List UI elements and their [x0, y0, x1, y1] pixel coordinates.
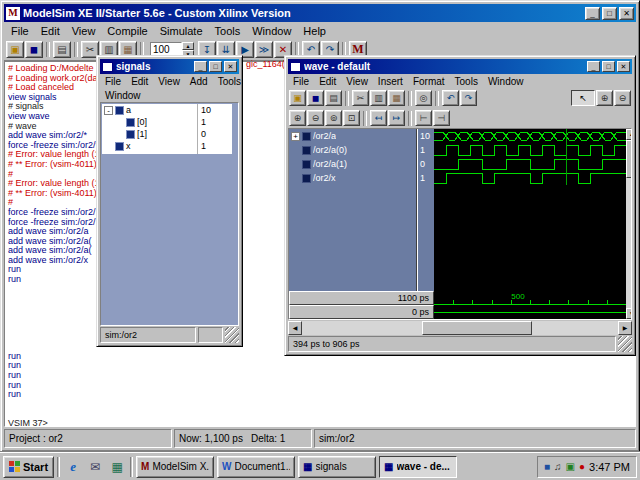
[1][interactable]: [1] 0: [102, 128, 232, 140]
menu-item[interactable]: Edit: [126, 76, 153, 87]
signals-titlebar[interactable]: signals _ □ ✕: [100, 59, 239, 74]
tray-status-icon[interactable]: ●: [579, 462, 585, 472]
close-icon[interactable]: ✕: [224, 61, 237, 72]
scroll-thumb[interactable]: [422, 321, 532, 335]
menu-item[interactable]: Insert: [373, 76, 408, 87]
main-titlebar[interactable]: M ModelSim XE II/Starter 5.6e - Custom X…: [4, 4, 636, 22]
zoom-out-icon[interactable]: ⊖: [614, 90, 631, 106]
save-icon[interactable]: ◼: [307, 90, 324, 106]
signals-tree-pane[interactable]: - a 10 [0] 1 [1] 0 x: [100, 102, 239, 326]
cursor-track[interactable]: [434, 305, 626, 319]
menu-item[interactable]: Window: [100, 90, 146, 101]
menu-item[interactable]: Format: [408, 76, 450, 87]
zoom-out-2x-icon[interactable]: ⊖: [307, 110, 324, 126]
task-document1[interactable]: W Document1...: [217, 456, 295, 478]
prev-transition-icon[interactable]: ↤: [370, 110, 387, 126]
ie-icon[interactable]: e: [63, 457, 83, 477]
wave-vertical-scrollbar[interactable]: ▲ ▼: [626, 129, 632, 319]
expand-left-icon[interactable]: ⊢: [415, 110, 432, 126]
menu-item[interactable]: Edit: [314, 76, 341, 87]
resize-grip[interactable]: [225, 327, 239, 343]
resize-grip[interactable]: [618, 336, 632, 352]
next-transition-icon[interactable]: ↦: [388, 110, 405, 126]
menu-item[interactable]: Simulate: [154, 24, 209, 38]
start-button[interactable]: Start: [3, 456, 54, 478]
zoom-full-icon[interactable]: ⊚: [325, 110, 342, 126]
zoom-in-2x-icon[interactable]: ⊕: [289, 110, 306, 126]
menu-item[interactable]: Help: [297, 24, 332, 38]
quick-launch: e✉▦: [63, 457, 127, 477]
open-icon[interactable]: ▣: [6, 41, 24, 58]
menu-item[interactable]: Add: [185, 76, 213, 87]
close-icon[interactable]: ✕: [619, 7, 634, 20]
scroll-track[interactable]: [626, 178, 632, 308]
volume-icon[interactable]: ♫: [554, 462, 562, 472]
print-icon[interactable]: ▤: [325, 90, 342, 106]
cut-icon[interactable]: ✂: [352, 90, 369, 106]
menu-item[interactable]: Compile: [101, 24, 153, 38]
show-desktop-icon[interactable]: ▦: [107, 457, 127, 477]
maximize-icon[interactable]: □: [602, 7, 617, 20]
menu-item[interactable]: Tools: [450, 76, 483, 87]
a[interactable]: - a 10: [102, 104, 232, 116]
display-settings-icon[interactable]: ▣: [566, 462, 575, 472]
task-icon: ▦: [303, 461, 312, 472]
/or2/a(0)[interactable]: /or2/a(0) 1: [289, 143, 434, 157]
minimize-icon[interactable]: _: [585, 7, 600, 20]
scroll-track[interactable]: [302, 321, 618, 335]
scroll-down-icon[interactable]: ▼: [626, 308, 632, 319]
maximize-icon[interactable]: □: [602, 61, 615, 72]
minimize-icon[interactable]: _: [194, 61, 207, 72]
menu-item[interactable]: View: [66, 24, 102, 38]
menu-item[interactable]: Tools: [209, 24, 247, 38]
wave-names-pane[interactable]: + /or2/a 10 /or2/a(0) 1 /or2/a(1) 0: [289, 129, 434, 319]
[0][interactable]: [0] 1: [102, 116, 232, 128]
print-icon[interactable]: ▤: [53, 41, 71, 58]
zoom-in-icon[interactable]: ⊕: [596, 90, 613, 106]
minimize-icon[interactable]: _: [587, 61, 600, 72]
copy-icon[interactable]: ▥: [370, 90, 387, 106]
expand-right-icon[interactable]: ⊣: [433, 110, 450, 126]
open-icon[interactable]: ▣: [289, 90, 306, 106]
continue-run-icon[interactable]: ≫: [255, 41, 273, 58]
scroll-left-icon[interactable]: ◀: [288, 321, 302, 335]
undo-icon[interactable]: ↶: [442, 90, 459, 106]
task-signals[interactable]: ▦ signals: [298, 456, 376, 478]
task-wave[interactable]: ▦ wave - de...: [379, 456, 457, 478]
save-icon[interactable]: ◼: [25, 41, 43, 58]
menu-item[interactable]: Window: [483, 76, 529, 87]
/or2/a[interactable]: + /or2/a 10: [289, 129, 434, 143]
menu-item[interactable]: Tools: [213, 76, 246, 87]
menu-item[interactable]: File: [288, 76, 314, 87]
paste-icon[interactable]: ▦: [388, 90, 405, 106]
signal-value: 10: [201, 105, 211, 115]
menu-item[interactable]: File: [100, 76, 126, 87]
spin-up-icon[interactable]: ▲: [182, 42, 194, 50]
maximize-icon[interactable]: □: [209, 61, 222, 72]
menu-item[interactable]: File: [5, 24, 35, 38]
task-modelsim[interactable]: M ModelSim X...: [136, 456, 214, 478]
tree-expand-icon[interactable]: -: [104, 106, 113, 115]
/or2/x[interactable]: /or2/x 1: [289, 171, 434, 185]
x[interactable]: x 1: [102, 140, 232, 152]
scroll-thumb[interactable]: [626, 140, 632, 178]
zoom-range-icon[interactable]: ⊡: [343, 110, 360, 126]
menu-item[interactable]: Edit: [35, 24, 66, 38]
outlook-icon[interactable]: ✉: [85, 457, 105, 477]
select-cursor-icon[interactable]: ↖: [571, 90, 595, 106]
waveform-canvas[interactable]: 500: [434, 129, 626, 319]
wave-titlebar[interactable]: wave - default _ □ ✕: [288, 59, 632, 74]
menu-item[interactable]: View: [153, 76, 185, 87]
menu-item[interactable]: View: [341, 76, 373, 87]
find-icon[interactable]: ◎: [415, 90, 432, 106]
wave-horizontal-scrollbar[interactable]: ◀ ▶: [288, 321, 632, 335]
close-icon[interactable]: ✕: [617, 61, 630, 72]
scroll-up-icon[interactable]: ▲: [626, 129, 632, 140]
redo-icon[interactable]: ↷: [460, 90, 477, 106]
menu-item[interactable]: Window: [246, 24, 297, 38]
/or2/a(1)[interactable]: /or2/a(1) 0: [289, 157, 434, 171]
timeline-ruler[interactable]: 500: [434, 291, 626, 305]
tray-app-icon[interactable]: ■: [544, 462, 550, 472]
tree-expand-icon[interactable]: +: [291, 132, 300, 141]
scroll-right-icon[interactable]: ▶: [618, 321, 632, 335]
